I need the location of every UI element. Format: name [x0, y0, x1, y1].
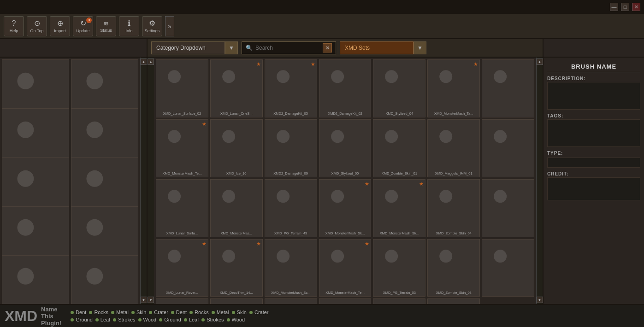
main-brush-item[interactable]: ★ XMD_MonsterMash_Sk... — [373, 179, 425, 237]
tag-item[interactable]: Wood — [227, 317, 245, 322]
main-scroll-right-up[interactable]: ▲ — [537, 58, 543, 65]
star-icon: ★ — [256, 61, 261, 67]
main-brush-item[interactable]: ★ XMD_MonsterMash_Ta... — [427, 59, 480, 117]
minimize-button[interactable]: — — [610, 3, 618, 11]
svg-point-30 — [431, 63, 477, 109]
main-brush-item[interactable]: XMD_Zombie_Skin_01 — [373, 119, 425, 177]
svg-point-61 — [494, 190, 507, 203]
main-brush-item[interactable]: XMD2_DamageKit_02 — [319, 59, 372, 117]
toolbar-expand-button[interactable]: » — [165, 16, 174, 36]
main-brush-item[interactable]: XMD_Ice_10 — [210, 119, 263, 177]
main-brush-item[interactable]: XMD_Lunar_Surfa... — [156, 179, 208, 237]
main-brush-item[interactable]: XMD_MonsterMas... — [210, 179, 263, 237]
tag-item[interactable]: Strokes — [201, 317, 224, 322]
main-right-scrollbar[interactable]: ▲ ▼ — [536, 58, 543, 304]
main-brush-item[interactable] — [482, 59, 534, 117]
tag-item[interactable]: Wood — [138, 317, 157, 322]
update-button[interactable]: 3 ↻ Update — [73, 16, 93, 36]
main-scroll-down-button[interactable]: ▼ — [148, 297, 154, 303]
svg-point-74 — [485, 242, 532, 288]
main-brush-item[interactable]: XMD_MonsterMash_Ta... — [210, 298, 263, 304]
tag-label: Wood — [143, 317, 157, 322]
tag-item[interactable]: Dent — [171, 309, 187, 315]
main-brush-item[interactable]: XMD_HardSurface_Ed... — [373, 298, 425, 304]
main-brush-item[interactable]: XMD_Zombie_Skin_08 — [427, 239, 480, 297]
main-brush-item[interactable]: ★ XMD_DecoTrim_14... — [210, 239, 263, 297]
tag-item[interactable]: Strokes — [113, 317, 135, 322]
left-scrollbar[interactable]: ▲ ▼ — [140, 58, 147, 304]
main-brush-item[interactable]: XMD_Stylized_05 — [319, 119, 372, 177]
tag-item[interactable]: Metal — [212, 309, 229, 315]
left-brush-item[interactable]: XMD_Zombie_Skin_04 — [2, 255, 69, 304]
tag-item[interactable]: Metal — [111, 309, 129, 315]
tag-item[interactable]: Ground — [159, 317, 181, 322]
info-button[interactable]: ℹ Info — [119, 16, 139, 36]
left-brush-item[interactable]: XMD_Stylized_04 — [71, 255, 138, 304]
main-brush-item[interactable]: XMD_Lunar_Crater... — [156, 298, 208, 304]
main-brush-name: XMD_Zombie_Skin_01 — [373, 171, 425, 175]
import-button[interactable]: ⊕ Import — [50, 16, 70, 36]
xmd-sets-button[interactable]: XMD Sets — [340, 41, 414, 54]
search-input[interactable] — [255, 45, 320, 51]
main-scroll-up-button[interactable]: ▲ — [148, 58, 154, 65]
main-scroll-right-down[interactable]: ▼ — [537, 297, 543, 303]
help-button[interactable]: ? Help — [4, 16, 24, 36]
scroll-down-button[interactable]: ▼ — [141, 297, 147, 303]
description-label: DESCRIPTION: — [547, 76, 640, 81]
main-brush-item[interactable]: ★ XMD_MonsterMash_Sk... — [319, 179, 372, 237]
main-brush-item[interactable]: ★ XMD_Lunar_Rover... — [156, 239, 208, 297]
toolbar: ? Help ⊙ On Top ⊕ Import 3 ↻ Update ≋ St… — [0, 14, 644, 39]
main-brush-item[interactable] — [482, 179, 534, 237]
ontop-button[interactable]: ⊙ On Top — [27, 16, 47, 36]
tag-item[interactable]: Leaf — [95, 317, 110, 322]
tag-item[interactable]: Dent — [71, 309, 86, 315]
main-brush-item[interactable]: XMD_Flourish_12 — [265, 298, 317, 304]
main-brush-item[interactable]: XMD2_DamageKit_09 — [265, 119, 317, 177]
tag-item[interactable]: Crater — [149, 309, 168, 315]
main-brush-item[interactable]: XMD_MonsterMash_Sc... — [265, 239, 317, 297]
tag-item[interactable]: Ground — [71, 317, 93, 322]
tag-item[interactable]: Leaf — [184, 317, 199, 322]
main-brush-item[interactable] — [482, 239, 534, 297]
main-brush-item[interactable]: XMD_PG_Terrain_53 — [373, 239, 425, 297]
xmd-sets-arrow[interactable]: ▼ — [414, 41, 426, 54]
tag-label: Rocks — [94, 309, 108, 315]
svg-point-69 — [331, 250, 344, 263]
main-brush-item[interactable]: XMD_Stylized_04 — [373, 59, 425, 117]
main-brush-item[interactable]: ★ XMD_MonsterMash_Te... — [319, 239, 372, 297]
main-brush-item[interactable]: ★ XMD2_DamageKit_05 — [265, 59, 317, 117]
main-brush-item[interactable] — [482, 119, 534, 177]
main-brush-item[interactable]: XMD_Maggots_IMM_01 — [427, 119, 480, 177]
scroll-up-button[interactable]: ▲ — [141, 58, 147, 65]
category-dropdown-arrow[interactable]: ▼ — [225, 41, 238, 54]
main-brush-item[interactable]: XMD_PG_Terrain_52 — [427, 298, 480, 304]
main-brush-item[interactable]: XMD_Zombie_Skin_04 — [427, 179, 480, 237]
main-brush-grid: XMD_Lunar_Surface_02 ★ XMD_Lunar_OneS...… — [154, 58, 536, 304]
tag-item[interactable]: Skin — [131, 309, 146, 315]
credit-label: CREDIT: — [547, 171, 640, 176]
svg-point-71 — [385, 250, 398, 263]
category-dropdown[interactable]: Category Dropdown — [151, 41, 225, 54]
search-clear-button[interactable]: ✕ — [323, 43, 332, 53]
main-left-scrollbar[interactable]: ▲ ▼ — [148, 58, 154, 304]
main-brush-item[interactable]: ★ XMD_Lunar_OneS... — [210, 59, 263, 117]
svg-point-75 — [494, 250, 507, 263]
main-brush-item[interactable]: ★ XMD_MonsterMash_Te... — [156, 119, 208, 177]
main-brush-item[interactable]: XMD_MasterCloth_Ma... — [319, 298, 372, 304]
description-box — [547, 82, 640, 110]
tag-item[interactable]: Crater — [249, 309, 269, 315]
close-button[interactable]: ✕ — [632, 3, 640, 11]
tag-item[interactable]: Rocks — [189, 309, 209, 315]
tag-item[interactable]: Rocks — [89, 309, 108, 315]
search-wrapper: 🔍 ✕ — [242, 41, 336, 54]
maximize-button[interactable]: □ — [621, 3, 629, 11]
main-brush-item[interactable]: XMD_PG_Terrain_49 — [265, 179, 317, 237]
update-label: Update — [76, 29, 89, 33]
tags-section: TAGS: — [547, 113, 640, 147]
status-button[interactable]: ≋ Status — [96, 16, 116, 36]
tag-item[interactable]: Skin — [232, 309, 247, 315]
credit-section: CREDIT: — [547, 171, 640, 200]
type-section: TYPE: — [547, 151, 640, 168]
main-brush-item[interactable]: XMD_Lunar_Surface_02 — [156, 59, 208, 117]
settings-button[interactable]: ⚙ Settings — [142, 16, 162, 36]
